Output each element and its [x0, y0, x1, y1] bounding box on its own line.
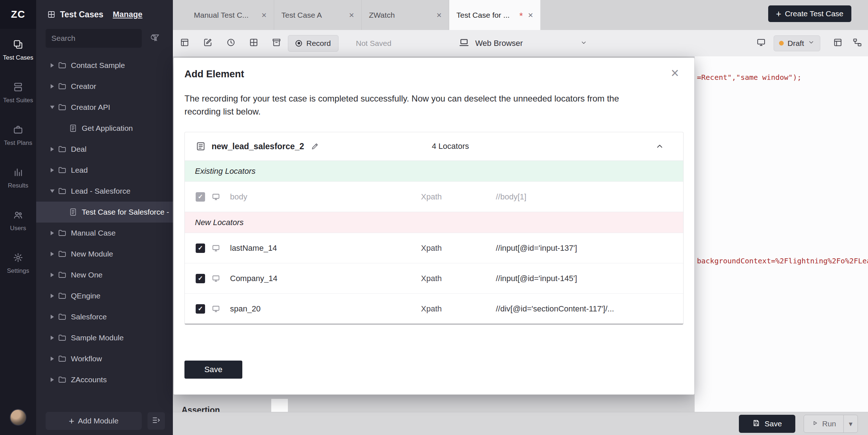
archive-button[interactable]: [269, 36, 284, 51]
run-button-group: Run: [804, 415, 858, 433]
record-button[interactable]: Record: [288, 35, 339, 52]
chevron-up-icon[interactable]: [655, 142, 664, 151]
close-dialog-button[interactable]: [668, 66, 682, 80]
code-editor-panel[interactable]: =Recent","same window"); backgroundConte…: [694, 56, 868, 412]
history-button[interactable]: [224, 36, 238, 51]
filter-button[interactable]: [148, 31, 163, 46]
tab[interactable]: Manual Test C...: [187, 0, 274, 30]
folder-icon: [58, 313, 67, 321]
create-test-case-label: Create Test Case: [785, 9, 843, 18]
tree-item[interactable]: Contact Sample: [36, 55, 173, 76]
tree-item[interactable]: Get Application: [36, 118, 173, 139]
locator-checkbox[interactable]: [196, 304, 205, 314]
steps-view-button[interactable]: [177, 36, 192, 51]
draft-dot-icon: [779, 41, 784, 46]
rail-item-label: Test Suites: [3, 97, 33, 104]
tree-item[interactable]: QEngine: [36, 285, 173, 306]
test-case-icon: [69, 208, 77, 216]
create-test-case-button[interactable]: Create Test Case: [768, 5, 851, 22]
rail-item[interactable]: Users: [0, 199, 36, 242]
folder-icon: [58, 271, 67, 279]
app-logo[interactable]: ZC: [0, 0, 36, 29]
rail-item[interactable]: Test Plans: [0, 114, 36, 157]
rail-item[interactable]: Test Suites: [0, 72, 36, 114]
manage-link[interactable]: Manage: [113, 10, 142, 19]
edit-note-button[interactable]: [200, 36, 215, 51]
highlight-element-icon[interactable]: [212, 193, 220, 201]
collapse-icon: [152, 415, 161, 426]
tree-item[interactable]: ZAccounts: [36, 369, 173, 390]
locator-group-header[interactable]: new_lead_salesforce_2 4 Locators: [185, 132, 683, 160]
existing-locators-header: Existing Locators: [185, 160, 683, 181]
add-module-button[interactable]: Add Module: [46, 412, 142, 430]
run-options-button[interactable]: [844, 415, 858, 432]
highlight-element-icon[interactable]: [212, 274, 220, 283]
tab[interactable]: Test Case for ...: [449, 0, 540, 30]
flow-view-button[interactable]: [850, 36, 864, 51]
tree-item[interactable]: New One: [36, 264, 173, 285]
rail-item-label: Test Plans: [4, 139, 32, 147]
locator-name: Company_14: [230, 274, 421, 283]
tree-item[interactable]: Lead - Salesforce: [36, 181, 173, 202]
tab-close-icon[interactable]: [261, 10, 267, 20]
highlight-element-icon[interactable]: [212, 305, 220, 313]
code-line: backgroundContext=%2Flightning%2Fo%2FLea…: [697, 257, 868, 265]
tree-item[interactable]: Manual Case: [36, 223, 173, 244]
locator-checkbox[interactable]: [196, 244, 205, 253]
collapse-sidebar-button[interactable]: [148, 412, 165, 430]
tree-item-label: Test Case for Salesforce -: [82, 208, 169, 216]
search-input[interactable]: [51, 34, 149, 43]
tree-item-label: New Module: [71, 250, 113, 258]
rail-item-label: Users: [10, 225, 26, 232]
save-test-case-button[interactable]: Save: [739, 415, 795, 433]
locator-count: 4 Locators: [432, 142, 469, 151]
monitor-icon: [756, 38, 766, 49]
tree-item[interactable]: Sample Module: [36, 327, 173, 348]
folder-icon: [58, 82, 67, 91]
tree-item-label: Workflow: [71, 354, 102, 363]
dialog-save-button[interactable]: Save: [184, 361, 242, 379]
highlight-element-icon[interactable]: [212, 244, 220, 253]
rail-item[interactable]: Test Cases: [0, 29, 36, 72]
tree-item[interactable]: Lead: [36, 160, 173, 181]
laptop-icon: [459, 37, 469, 49]
record-label: Record: [306, 39, 331, 48]
tree-item[interactable]: Creator: [36, 76, 173, 97]
edit-name-icon[interactable]: [311, 142, 319, 151]
element-group-icon: [196, 141, 206, 151]
rail-item[interactable]: Settings: [0, 242, 36, 285]
tab[interactable]: ZWatch: [362, 0, 449, 30]
tree-item[interactable]: New Module: [36, 244, 173, 264]
tree-item[interactable]: Deal: [36, 139, 173, 160]
assertion-section-label: Assertion: [182, 405, 220, 412]
test-case-icon: [69, 124, 77, 133]
locator-checkbox[interactable]: [196, 274, 205, 283]
run-button[interactable]: Run: [804, 415, 843, 432]
layout-panel-button[interactable]: [830, 36, 845, 51]
data-table-button[interactable]: [246, 36, 261, 51]
draft-status-dropdown[interactable]: Draft: [774, 35, 820, 51]
code-line: =Recent","same window");: [697, 73, 801, 82]
save-icon: [752, 419, 760, 429]
browser-label: Web Browser: [475, 39, 574, 48]
data-table-icon: [249, 38, 259, 49]
tab-close-icon[interactable]: [349, 10, 354, 20]
caret-icon: [51, 84, 54, 89]
tab-label: Test Case for ...: [456, 11, 519, 20]
preview-button[interactable]: [754, 36, 768, 51]
locator-name: lastName_14: [230, 244, 421, 253]
user-avatar[interactable]: [10, 409, 26, 426]
search-box[interactable]: [46, 29, 142, 48]
tab-close-icon[interactable]: [528, 10, 533, 20]
tree-item-label: New One: [71, 271, 103, 279]
tree-item[interactable]: Salesforce: [36, 306, 173, 327]
tree-item[interactable]: Test Case for Salesforce -: [36, 202, 173, 223]
browser-select[interactable]: Web Browser: [459, 30, 587, 56]
tree-item[interactable]: Creator API: [36, 97, 173, 118]
rail-item[interactable]: Results: [0, 157, 36, 199]
caret-icon: [51, 378, 54, 382]
tab[interactable]: Test Case A: [274, 0, 362, 30]
tab-close-icon[interactable]: [437, 10, 442, 20]
locator-checkbox[interactable]: [196, 192, 205, 202]
tree-item[interactable]: Workflow: [36, 348, 173, 369]
